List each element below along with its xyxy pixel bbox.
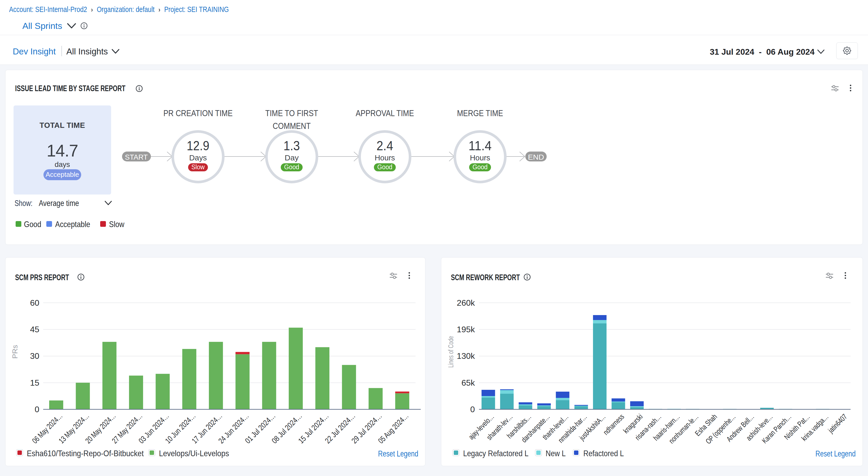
svg-text:130k: 130k — [457, 351, 475, 361]
svg-text:45: 45 — [30, 325, 39, 334]
svg-text:MERGE TIME: MERGE TIME — [457, 108, 503, 118]
svg-text:Hours: Hours — [470, 153, 490, 162]
svg-text:Good: Good — [472, 163, 488, 171]
svg-text:1.3: 1.3 — [284, 139, 300, 153]
svg-text:PR CREATION TIME: PR CREATION TIME — [163, 108, 232, 118]
svg-text:12.9: 12.9 — [187, 139, 210, 153]
svg-text:2.4: 2.4 — [376, 139, 393, 153]
svg-text:Slow: Slow — [191, 163, 205, 171]
svg-text:Good: Good — [377, 163, 392, 171]
svg-text:END: END — [528, 153, 544, 161]
svg-text:11.4: 11.4 — [469, 139, 492, 153]
svg-text:COMMENT: COMMENT — [273, 121, 311, 131]
svg-text:Good: Good — [284, 163, 299, 171]
svg-text:60: 60 — [30, 298, 39, 307]
svg-text:APPROVAL TIME: APPROVAL TIME — [356, 108, 414, 118]
svg-text:Day: Day — [285, 153, 299, 162]
svg-text:0: 0 — [470, 405, 475, 414]
svg-text:ndharness: ndharness — [601, 413, 626, 437]
svg-text:Days: Days — [189, 153, 207, 162]
svg-text:START: START — [125, 153, 148, 161]
svg-text:30: 30 — [30, 351, 39, 361]
svg-text:Hours: Hours — [375, 153, 395, 162]
svg-text:195k: 195k — [457, 325, 475, 334]
svg-text:PRs: PRs — [11, 345, 19, 359]
svg-text:0: 0 — [35, 405, 39, 414]
svg-text:jatin6407: jatin6407 — [826, 413, 848, 435]
svg-text:15: 15 — [30, 378, 39, 387]
svg-text:Lines of Code: Lines of Code — [447, 336, 455, 368]
svg-text:260k: 260k — [457, 298, 475, 307]
svg-text:65k: 65k — [461, 378, 475, 387]
svg-text:TIME TO FIRST: TIME TO FIRST — [266, 108, 318, 118]
